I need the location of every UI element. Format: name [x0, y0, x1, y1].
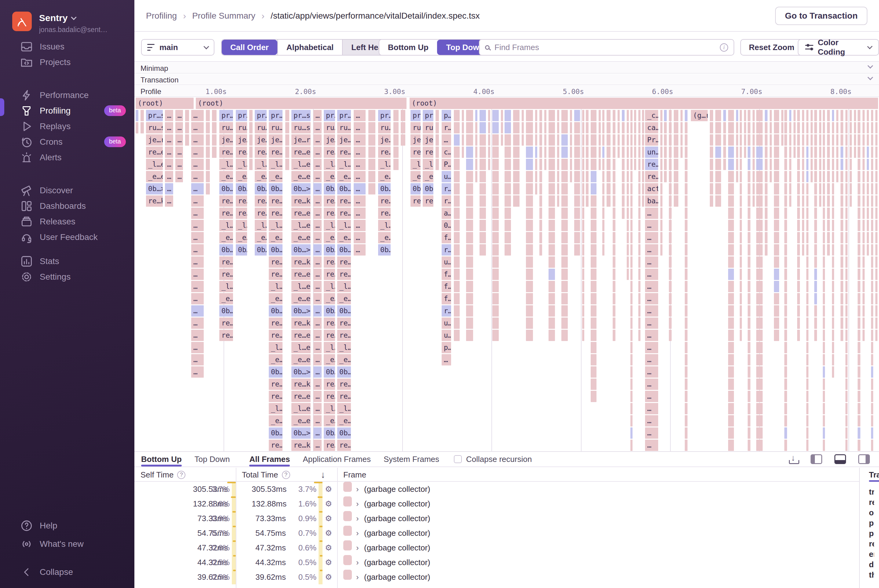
flamegraph-frame[interactable]: [850, 110, 852, 121]
flamegraph-frame[interactable]: [638, 281, 640, 292]
flamegraph-frame[interactable]: [774, 208, 779, 219]
flamegraph-frame[interactable]: [823, 440, 825, 451]
flamegraph-frame[interactable]: [660, 122, 663, 134]
flamegraph-frame[interactable]: [591, 195, 597, 207]
flamegraph-frame[interactable]: [630, 379, 633, 390]
flamegraph-frame[interactable]: [627, 208, 629, 219]
flamegraph-frame[interactable]: [526, 268, 533, 280]
flamegraph-frame[interactable]: _l…e: [291, 403, 311, 414]
flamegraph-frame[interactable]: [728, 391, 734, 402]
flamegraph-frame[interactable]: [832, 256, 834, 268]
flamegraph-frame[interactable]: [685, 428, 688, 439]
chevron-right-icon[interactable]: ›: [356, 482, 359, 496]
flamegraph-frame[interactable]: [582, 293, 584, 304]
flamegraph-frame[interactable]: [613, 220, 615, 231]
flamegraph-frame[interactable]: [570, 159, 572, 170]
flamegraph-frame[interactable]: [823, 134, 825, 146]
flamegraph-frame[interactable]: [664, 122, 667, 134]
flamegraph-frame[interactable]: [685, 159, 688, 170]
flamegraph-frame[interactable]: [505, 134, 511, 146]
flamegraph-frame[interactable]: [630, 147, 633, 158]
flamegraph-frame[interactable]: 0b…>: [269, 428, 282, 439]
flamegraph-frame[interactable]: [756, 232, 763, 243]
flamegraph-frame[interactable]: [728, 440, 734, 451]
flamegraph-frame[interactable]: _e…e: [337, 354, 351, 366]
flamegraph-frame[interactable]: [591, 342, 597, 353]
flamegraph-frame[interactable]: [607, 134, 610, 146]
flamegraph-frame[interactable]: …: [175, 110, 183, 121]
flamegraph-frame[interactable]: [622, 110, 625, 121]
flamegraph-frame[interactable]: [823, 208, 825, 219]
flamegraph-frame[interactable]: [802, 122, 804, 134]
flamegraph-frame[interactable]: _e…e: [236, 171, 247, 182]
flamegraph-frame[interactable]: [454, 183, 460, 195]
flamegraph-frame[interactable]: [728, 256, 734, 268]
flamegraph-frame[interactable]: [823, 171, 825, 182]
flamegraph-frame[interactable]: [845, 208, 847, 219]
flamegraph-frame[interactable]: [723, 159, 726, 170]
flamegraph-frame[interactable]: [582, 159, 584, 170]
flamegraph-frame[interactable]: _e…e: [324, 232, 335, 243]
flamegraph-frame[interactable]: [867, 208, 869, 219]
flamegraph-frame[interactable]: [561, 122, 568, 134]
flamegraph-frame[interactable]: [789, 122, 791, 134]
flamegraph-frame[interactable]: [206, 171, 210, 182]
flamegraph-frame[interactable]: _e…e: [423, 171, 433, 182]
flamegraph-frame[interactable]: [753, 171, 755, 182]
flamegraph-frame[interactable]: 0b…>: [423, 183, 433, 195]
flamegraph-frame[interactable]: [858, 232, 860, 243]
flamegraph-frame[interactable]: [454, 110, 460, 121]
flamegraph-frame[interactable]: [535, 147, 537, 158]
flamegraph-frame[interactable]: [814, 183, 817, 195]
flamegraph-frame[interactable]: re…k: [291, 256, 311, 268]
flamegraph-frame[interactable]: [488, 159, 490, 170]
flamegraph-frame[interactable]: [613, 171, 615, 182]
flamegraph-frame[interactable]: [858, 183, 860, 195]
flamegraph-frame[interactable]: [774, 268, 779, 280]
flamegraph-frame[interactable]: pr…s: [337, 110, 351, 121]
flamegraph-frame[interactable]: [845, 366, 847, 378]
flamegraph-frame[interactable]: [710, 110, 713, 121]
flamegraph-frame[interactable]: [862, 293, 865, 304]
flamegraph-frame[interactable]: [394, 147, 398, 158]
flamegraph-frame[interactable]: [660, 183, 663, 195]
sidebar-item-releases[interactable]: Releases: [0, 214, 134, 229]
flamegraph-frame[interactable]: [570, 171, 572, 182]
flamegraph-frame[interactable]: [454, 195, 460, 207]
flamegraph-frame[interactable]: [774, 147, 779, 158]
flamegraph-frame[interactable]: [858, 342, 860, 353]
flamegraph-frame[interactable]: …: [313, 159, 322, 170]
flamegraph-frame[interactable]: [642, 183, 644, 195]
flamegraph-frame[interactable]: [602, 195, 604, 207]
flamegraph-frame[interactable]: [845, 281, 847, 292]
flamegraph-frame[interactable]: [806, 281, 808, 292]
flamegraph-frame[interactable]: [723, 110, 726, 121]
flamegraph-frame[interactable]: [548, 305, 555, 316]
flamegraph-frame[interactable]: [814, 305, 817, 316]
flamegraph-frame[interactable]: _l…e: [255, 220, 267, 231]
flamegraph-frame[interactable]: [627, 134, 629, 146]
flamegraph-frame[interactable]: [586, 171, 589, 182]
flamegraph-frame[interactable]: ru…s: [146, 122, 163, 134]
flamegraph-frame[interactable]: [728, 293, 734, 304]
flamegraph-frame[interactable]: [475, 147, 477, 158]
flamegraph-frame[interactable]: …: [313, 220, 322, 231]
flamegraph-frame[interactable]: [591, 305, 597, 316]
flamegraph-frame[interactable]: [710, 159, 713, 170]
flamegraph-frame[interactable]: je…r: [291, 134, 311, 146]
flamegraph-frame[interactable]: [613, 318, 615, 329]
flamegraph-frame[interactable]: [602, 183, 604, 195]
flamegraph-frame[interactable]: [454, 208, 460, 219]
flamegraph-frame[interactable]: [561, 110, 568, 121]
flamegraph-frame[interactable]: [561, 330, 568, 341]
flamegraph-frame[interactable]: [642, 122, 644, 134]
flamegraph-frame[interactable]: [756, 220, 763, 231]
flamegraph-frame[interactable]: [630, 330, 633, 341]
flamegraph-frame[interactable]: a…: [442, 208, 451, 219]
flamegraph-frame[interactable]: …: [313, 208, 322, 219]
flamegraph-frame[interactable]: [660, 159, 663, 170]
flamegraph-frame[interactable]: [748, 183, 750, 195]
flamegraph-frame[interactable]: re…e: [378, 208, 391, 219]
flamegraph-frame[interactable]: [840, 281, 843, 292]
flamegraph-frame[interactable]: [765, 183, 768, 195]
